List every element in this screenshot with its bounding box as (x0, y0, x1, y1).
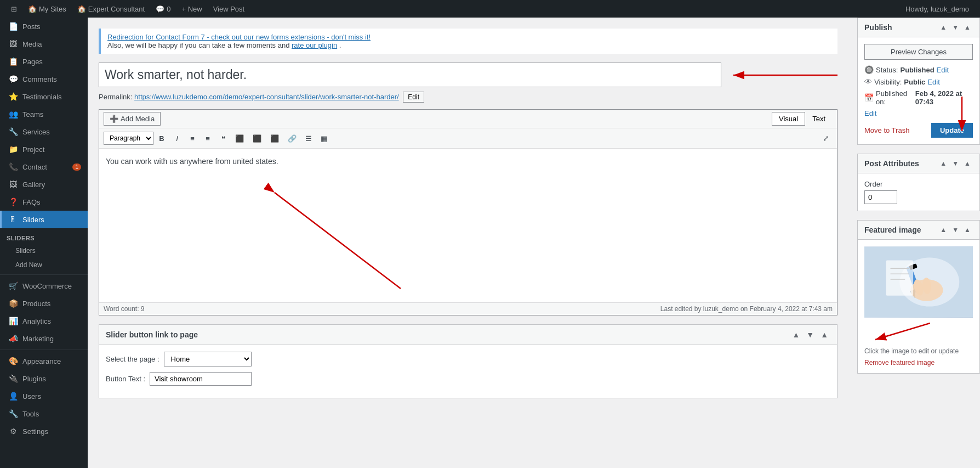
tab-visual[interactable]: Visual (772, 112, 805, 126)
sidebar-item-pages[interactable]: 📋 Pages (0, 53, 88, 70)
bold-button[interactable]: B (155, 132, 169, 145)
publish-panel-close[interactable]: ▲ (962, 22, 973, 32)
ul-button[interactable]: ≡ (185, 132, 200, 145)
preview-changes-button[interactable]: Preview Changes (864, 44, 973, 60)
sidebar-item-gallery[interactable]: 🖼 Gallery (0, 176, 88, 193)
metabox-down-button[interactable]: ▼ (804, 329, 816, 340)
sidebar-item-tools[interactable]: 🔧 Tools (0, 405, 88, 422)
sidebar-item-users[interactable]: 👤 Users (0, 387, 88, 405)
sidebar-item-settings[interactable]: ⚙ Settings (0, 422, 88, 440)
editor-content[interactable]: You can work with us anywhere from unite… (99, 149, 837, 302)
featured-image-title: Featured image (864, 225, 921, 234)
publish-panel-down[interactable]: ▼ (950, 22, 961, 32)
remove-featured-image-link[interactable]: Remove featured image (864, 359, 935, 366)
sidebar-item-analytics[interactable]: 📊 Analytics (0, 312, 88, 330)
plus-icon: ➕ (110, 115, 118, 123)
site-name-label: Expert Consultant (88, 5, 145, 13)
wp-logo-item[interactable]: ⊞ (5, 0, 22, 18)
post-title-row: Work smarter, not harder. (99, 63, 837, 87)
button-text-input[interactable]: Visit showroom (150, 372, 252, 386)
new-item[interactable]: + New (176, 0, 207, 18)
featured-up[interactable]: ▲ (938, 225, 949, 235)
notice-rate-link[interactable]: rate our plugin (292, 41, 337, 49)
move-to-trash-link[interactable]: Move to Trash (864, 126, 909, 134)
status-label: Status: (876, 66, 898, 74)
blockquote-button[interactable]: ❝ (216, 132, 230, 145)
metabox-close-button[interactable]: ▲ (818, 329, 830, 340)
sidebar-item-woocommerce[interactable]: 🛒 WooCommerce (0, 277, 88, 295)
view-post-item[interactable]: View Post (208, 0, 250, 18)
sidebar-item-sliders[interactable]: 🎚 Sliders (0, 211, 88, 228)
sidebar-item-testimonials[interactable]: ⭐ Testimonials (0, 88, 88, 105)
italic-button[interactable]: I (170, 132, 184, 145)
media-icon: 🖼 (8, 40, 18, 48)
post-title-input[interactable]: Work smarter, not harder. (99, 63, 721, 87)
more-button[interactable]: ☰ (301, 132, 316, 145)
sidebar-posts-label: Posts (22, 22, 41, 31)
sidebar-item-media[interactable]: 🖼 Media (0, 35, 88, 53)
post-attr-close[interactable]: ▲ (962, 159, 973, 168)
permalink-edit-button[interactable]: Edit (403, 92, 424, 103)
sidebar-item-posts[interactable]: 📄 Posts (0, 18, 88, 35)
comments-item[interactable]: 💬 0 (150, 0, 176, 18)
sidebar-item-teams[interactable]: 👥 Teams (0, 105, 88, 123)
sidebar-sub-add-new[interactable]: Add New (0, 258, 88, 272)
sidebar-item-project[interactable]: 📁 Project (0, 140, 88, 158)
sidebar-item-comments[interactable]: 💬 Comments (0, 70, 88, 88)
slider-button-header: Slider button link to page ▲ ▼ ▲ (99, 325, 837, 345)
sidebar-item-contact[interactable]: 📞 Contact 1 (0, 158, 88, 176)
post-attr-down[interactable]: ▼ (950, 159, 961, 168)
slider-button-title: Slider button link to page (106, 330, 198, 339)
plugins-icon: 🔌 (8, 374, 18, 383)
paragraph-select[interactable]: Paragraph (104, 132, 153, 145)
sidebar-sub-sliders[interactable]: Sliders (0, 244, 88, 258)
link-button[interactable]: 🔗 (284, 132, 300, 145)
table-button[interactable]: ▦ (317, 132, 331, 145)
page-select[interactable]: Home About Contact Services Blog (164, 352, 252, 366)
permalink-url[interactable]: https://www.luzukdemo.com/demo/expert-co… (134, 93, 399, 101)
align-right-button[interactable]: ⬛ (266, 132, 283, 145)
sub-add-new-label: Add New (15, 261, 42, 269)
post-attr-up[interactable]: ▲ (938, 159, 949, 168)
editor-tab-group: Visual Text (772, 112, 833, 126)
featured-image-body: Click the image to edit or update Remove… (858, 240, 979, 373)
svg-line-19 (875, 323, 930, 340)
featured-image-thumbnail[interactable] (864, 246, 973, 318)
status-edit-link[interactable]: Edit (937, 66, 949, 74)
align-left-button[interactable]: ⬛ (231, 132, 248, 145)
post-attributes-title: Post Attributes (864, 159, 919, 168)
featured-down[interactable]: ▼ (950, 225, 961, 235)
sidebar-item-services[interactable]: 🔧 Services (0, 123, 88, 140)
project-icon: 📁 (8, 145, 18, 154)
my-sites-item[interactable]: 🏠 My Sites (22, 0, 72, 18)
sidebar-item-appearance[interactable]: 🎨 Appearance (0, 352, 88, 370)
posts-icon: 📄 (8, 22, 18, 31)
featured-close[interactable]: ▲ (962, 225, 973, 235)
sidebar-item-faqs[interactable]: ❓ FAQs (0, 193, 88, 211)
tab-text[interactable]: Text (805, 112, 833, 126)
ol-button[interactable]: ≡ (201, 132, 215, 145)
order-input[interactable]: 0 (864, 190, 897, 204)
site-name-item[interactable]: 🏠 Expert Consultant (72, 0, 150, 18)
update-button[interactable]: Update (931, 123, 973, 138)
products-icon: 📦 (8, 299, 18, 308)
sidebar-item-products[interactable]: 📦 Products (0, 295, 88, 312)
publish-panel-up[interactable]: ▲ (938, 22, 949, 32)
contact-icon: 📞 (8, 162, 18, 171)
marketing-icon: 📣 (8, 334, 18, 343)
editor-toolbar: Paragraph B I ≡ ≡ ❝ ⬛ ⬛ ⬛ 🔗 ☰ ▦ ⤢ (99, 128, 837, 149)
post-attributes-body: Order 0 (858, 173, 979, 211)
fullscreen-button[interactable]: ⤢ (819, 132, 833, 144)
sub-sliders-label: Sliders (15, 247, 36, 255)
admin-bar: ⊞ 🏠 My Sites 🏠 Expert Consultant 💬 0 + N… (0, 0, 980, 18)
metabox-up-button[interactable]: ▲ (790, 329, 802, 340)
notice-link-1[interactable]: Redirection for Contact Form 7 - check o… (107, 33, 371, 41)
sidebar-item-marketing[interactable]: 📣 Marketing (0, 330, 88, 347)
sidebar-item-plugins[interactable]: 🔌 Plugins (0, 370, 88, 387)
visibility-edit-link[interactable]: Edit (927, 78, 939, 86)
published-edit-link[interactable]: Edit (864, 109, 876, 117)
sidebar-testimonials-label: Testimonials (22, 93, 62, 101)
align-center-button[interactable]: ⬛ (249, 132, 265, 145)
add-media-button[interactable]: ➕ Add Media (104, 112, 161, 126)
button-text-label: Button Text : (106, 375, 145, 383)
